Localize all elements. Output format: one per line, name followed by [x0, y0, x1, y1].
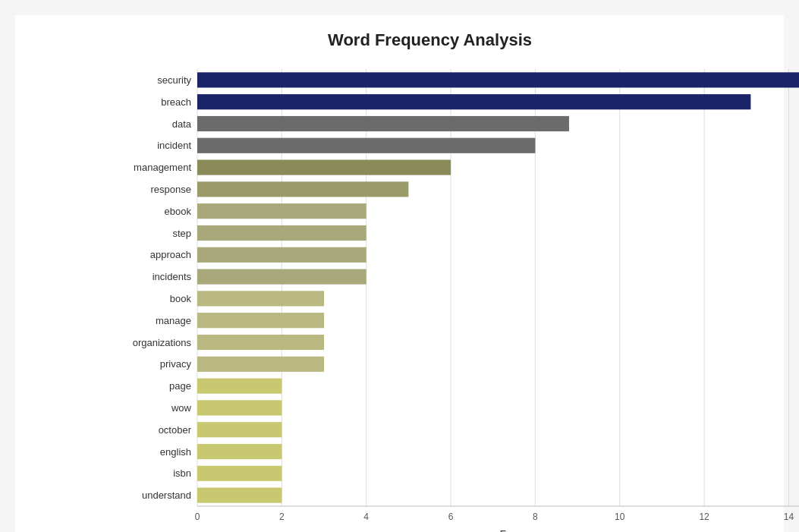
bar-label-privacy: privacy — [160, 358, 192, 370]
svg-text:0: 0 — [195, 512, 200, 522]
bar-management — [197, 160, 451, 175]
bar-label-manage: manage — [156, 315, 191, 326]
svg-text:8: 8 — [533, 512, 538, 522]
svg-text:Frequency: Frequency — [499, 528, 549, 532]
bar-label-isbn: isbn — [173, 467, 191, 479]
bar-incident — [197, 138, 535, 153]
bar-label-page: page — [169, 380, 191, 392]
bar-data — [197, 116, 569, 131]
bar-label-book: book — [170, 293, 192, 304]
bar-book — [197, 291, 324, 306]
bar-label-management: management — [134, 162, 191, 173]
bar-understand — [197, 488, 282, 503]
svg-text:4: 4 — [363, 512, 369, 522]
bar-label-october: october — [159, 424, 192, 436]
chart-title: Word Frequency Analysis — [106, 30, 753, 50]
svg-text:2: 2 — [279, 512, 285, 522]
bar-manage — [197, 313, 324, 328]
bar-label-approach: approach — [150, 249, 191, 260]
bar-label-data: data — [172, 118, 192, 130]
bar-label-incidents: incidents — [153, 271, 192, 282]
bar-label-ebook: ebook — [165, 206, 192, 217]
bar-label-step: step — [172, 228, 191, 239]
bar-approach — [197, 247, 366, 263]
bar-step — [197, 225, 366, 241]
bar-label-breach: breach — [161, 96, 191, 108]
bar-label-response: response — [151, 184, 191, 195]
svg-text:6: 6 — [448, 512, 454, 522]
svg-text:12: 12 — [699, 512, 709, 522]
bar-label-understand: understand — [142, 490, 191, 501]
bar-isbn — [197, 466, 282, 481]
bar-incidents — [197, 269, 366, 285]
bar-response — [197, 181, 408, 197]
bar-label-wow: wow — [171, 402, 192, 414]
bar-english — [197, 444, 282, 459]
bar-organizations — [197, 335, 324, 350]
bar-label-incident: incident — [157, 140, 191, 151]
chart-svg: 02468101214Frequencysecuritybreachdatain… — [106, 65, 753, 491]
svg-text:14: 14 — [784, 512, 794, 522]
bar-label-security: security — [157, 74, 191, 86]
bar-label-organizations: organizations — [133, 337, 192, 348]
bar-ebook — [197, 203, 366, 219]
bar-label-english: english — [160, 446, 191, 458]
svg-text:10: 10 — [615, 512, 625, 522]
bar-wow — [197, 400, 282, 415]
bar-privacy — [197, 357, 324, 372]
bar-october — [197, 422, 282, 437]
bar-page — [197, 379, 282, 394]
bar-breach — [197, 94, 750, 109]
chart-container: Word Frequency Analysis 02468101214Frequ… — [15, 15, 784, 532]
bar-security — [197, 72, 799, 87]
